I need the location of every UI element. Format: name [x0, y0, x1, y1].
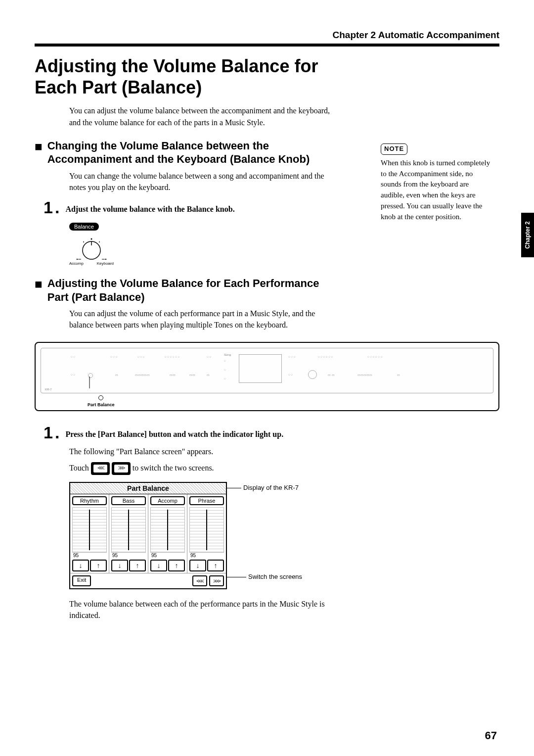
square-bullet-icon: ■: [35, 278, 43, 305]
exit-button[interactable]: Exit: [72, 575, 91, 586]
callout-label: Part Balance: [88, 402, 115, 407]
chevrons-right-icon: >>>: [114, 465, 128, 472]
screen-prev-button[interactable]: <<<: [192, 575, 207, 586]
step-instruction: Adjust the volume balance with the Balan…: [65, 199, 234, 216]
track-column: Rhythm95↓↑: [70, 494, 109, 573]
volume-slider[interactable]: [189, 507, 224, 553]
svg-point-4: [99, 241, 100, 242]
subheading-text: Adjusting the Volume Balance for Each Pe…: [47, 277, 341, 304]
balance-badge: Balance: [69, 223, 99, 231]
volume-value: 95: [148, 553, 187, 558]
touch-instruction: Touch <<< >>> to switch the two screens.: [69, 462, 341, 475]
main-title: Adjusting the Volume Balance for Each Pa…: [35, 55, 341, 98]
volume-up-button[interactable]: ↑: [90, 560, 107, 571]
section2-paragraph: You can adjust the volume of each perfor…: [69, 308, 341, 331]
volume-slider[interactable]: [72, 507, 107, 553]
balance-knob-figure: Balance Accomp Keyboard: [69, 222, 499, 266]
chapter-header: Chapter 2 Automatic Accompaniment: [35, 30, 499, 47]
keyboard-panel-diagram: KR-7 ○ ○ ○ ○ ○ ○ ○ ○ ○ ○ ○ ○ ○ ○ ○ ○ Son…: [35, 342, 499, 411]
step-dot: .: [55, 424, 59, 441]
track-tab[interactable]: Rhythm: [72, 496, 107, 505]
step-1-part-balance: 1 . Press the [Part Balance] button and …: [44, 424, 499, 441]
svg-point-3: [83, 241, 84, 242]
closing-paragraph: The volume balance between each of the p…: [69, 598, 341, 621]
knob-left-label: Accomp: [69, 261, 84, 266]
volume-up-button[interactable]: ↑: [168, 560, 185, 571]
svg-point-8: [105, 259, 106, 260]
screen-next-button[interactable]: >>>: [209, 575, 224, 586]
panel-callout: Part Balance: [88, 393, 115, 407]
chevrons-left-icon: <<<: [93, 465, 107, 472]
annotation-switch: Switch the screens: [248, 573, 302, 580]
volume-down-button[interactable]: ↓: [72, 560, 89, 571]
subheading-balance-knob: ■ Changing the Volume Balance between th…: [35, 139, 341, 166]
touch-suffix: to switch the two screens.: [133, 464, 214, 472]
volume-up-button[interactable]: ↑: [207, 560, 224, 571]
annotation-line: [226, 577, 246, 577]
volume-value: 95: [70, 553, 109, 558]
screen-title: Part Balance: [70, 483, 226, 494]
step-number: 1: [44, 199, 53, 216]
square-bullet-icon: ■: [35, 140, 43, 167]
track-tab[interactable]: Accomp: [150, 496, 185, 505]
screen-appears-text: The following "Part Balance screen" appe…: [69, 446, 341, 457]
step-dot: .: [55, 199, 59, 216]
callout-line: [85, 377, 94, 391]
track-column: Phrase95↓↑: [187, 494, 226, 573]
chapter-tab-label: Chapter 2: [524, 221, 531, 248]
track-tab[interactable]: Bass: [111, 496, 146, 505]
balance-knob-icon: [69, 235, 114, 264]
annotation-line: [226, 488, 241, 488]
next-screen-button[interactable]: >>>: [112, 462, 131, 475]
track-column: Accomp95↓↑: [148, 494, 187, 573]
intro-paragraph: You can adjust the volume balance betwee…: [69, 105, 341, 128]
chapter-side-tab: Chapter 2: [521, 213, 534, 257]
volume-value: 95: [187, 553, 226, 558]
touch-prefix: Touch: [69, 464, 91, 472]
side-note: NOTE When this knob is turned completely…: [381, 143, 492, 222]
model-label: KR-7: [45, 388, 52, 391]
svg-point-2: [91, 238, 92, 240]
volume-slider[interactable]: [150, 507, 185, 553]
part-balance-screen: Part Balance Rhythm95↓↑Bass95↓↑Accomp95↓…: [69, 482, 227, 589]
volume-down-button[interactable]: ↓: [150, 560, 167, 571]
step-number: 1: [44, 424, 53, 441]
svg-point-6: [77, 259, 78, 260]
volume-value: 95: [109, 553, 148, 558]
note-label: NOTE: [381, 143, 407, 155]
volume-down-button[interactable]: ↓: [189, 560, 206, 571]
prev-screen-button[interactable]: <<<: [91, 462, 110, 475]
volume-down-button[interactable]: ↓: [111, 560, 128, 571]
step-instruction: Press the [Part Balance] button and watc…: [65, 424, 283, 441]
track-column: Bass95↓↑: [109, 494, 148, 573]
page-number: 67: [485, 729, 497, 742]
track-tab[interactable]: Phrase: [189, 496, 224, 505]
subheading-text: Changing the Volume Balance between the …: [47, 139, 341, 166]
section1-paragraph: You can change the volume balance betwee…: [69, 170, 341, 193]
volume-up-button[interactable]: ↑: [129, 560, 146, 571]
subheading-part-balance: ■ Adjusting the Volume Balance for Each …: [35, 277, 341, 304]
panel-strip: KR-7 ○ ○ ○ ○ ○ ○ ○ ○ ○ ○ ○ ○ ○ ○ ○ ○ Son…: [41, 348, 493, 393]
callout-dot-icon: [98, 395, 103, 400]
volume-slider[interactable]: [111, 507, 146, 553]
knob-right-label: Keyboard: [97, 261, 114, 266]
note-text: When this knob is turned completely to t…: [381, 158, 492, 223]
annotation-display: Display of the KR-7: [243, 484, 299, 491]
